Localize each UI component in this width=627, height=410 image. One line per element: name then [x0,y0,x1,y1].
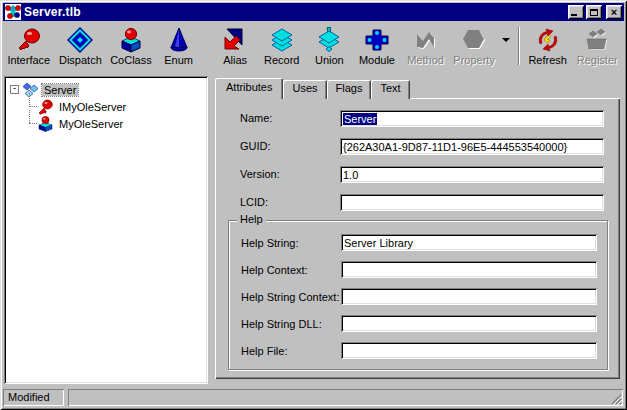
property-icon [460,27,488,53]
toolbar: Interface Dispatch [3,23,624,71]
help-file-input[interactable] [341,342,597,359]
help-string-dll-input[interactable] [341,315,597,332]
alias-button[interactable]: Alias [213,25,257,69]
help-string-context-label: Help String Context: [241,291,341,303]
collapse-icon[interactable]: - [10,85,19,94]
help-string-label: Help String: [241,237,341,249]
app-icon [5,4,21,20]
help-string-dll-label: Help String DLL: [241,318,341,330]
maximize-icon [590,9,598,16]
coclass-button[interactable]: CoClass [106,25,156,69]
tree-node-label[interactable]: Server [42,84,78,96]
tab-attributes[interactable]: Attributes [215,78,283,99]
typelib-node-icon [22,82,39,98]
name-label: Name: [240,112,338,124]
guid-label: GUID: [240,140,338,152]
help-group-title: Help [237,213,266,225]
type-tree[interactable]: - Server IMyOleServer [4,76,208,384]
window-title: Server.tlb [24,5,568,19]
method-icon [412,27,440,53]
resize-grip-icon[interactable] [609,392,622,405]
property-dropdown-button[interactable] [499,25,513,69]
help-string-context-input[interactable] [341,288,597,305]
toolbar-button-label: Property [453,54,495,66]
attribute-tab-control: Attributes Uses Flags Text Name: Server … [215,78,620,379]
minimize-icon [571,14,577,16]
name-input[interactable]: Server [340,110,604,127]
module-button[interactable]: Module [352,25,402,69]
help-string-input[interactable] [341,234,597,251]
lcid-label: LCID: [240,196,338,208]
attributes-page: Name: Server GUID: Version: LCID: Help H… [215,98,620,379]
tree-node-myoleserver[interactable]: MyOleServer [23,115,204,132]
help-group: Help Help String: Help Context: Help Str… [228,220,608,370]
maximize-button[interactable] [586,5,602,19]
tab-strip: Attributes Uses Flags Text [215,78,410,99]
status-message [68,389,623,406]
close-button[interactable]: × [606,5,622,19]
toolbar-button-label: Union [315,54,344,66]
property-button: Property [449,25,499,69]
selected-text: Server [343,113,377,125]
tab-flags[interactable]: Flags [327,80,372,99]
interface-button[interactable]: Interface [3,25,55,69]
module-icon [363,27,391,53]
lcid-input[interactable] [340,194,604,211]
register-button: Register [570,25,624,69]
status-modified: Modified [3,389,64,406]
tree-node-label[interactable]: MyOleServer [57,118,125,130]
dispatch-icon [66,27,94,53]
chevron-down-icon [502,38,510,42]
toolbar-button-label: Refresh [528,54,567,66]
toolbar-button-label: Dispatch [59,54,102,66]
tree-connector [23,98,37,115]
version-label: Version: [240,168,338,180]
register-icon [583,27,611,53]
tab-text[interactable]: Text [371,80,409,99]
union-button[interactable]: Union [307,25,353,69]
toolbar-button-label: Record [264,54,299,66]
method-button: Method [402,25,450,69]
tree-node-server[interactable]: - Server [8,81,204,98]
version-input[interactable] [340,166,604,183]
interface-icon [15,27,43,53]
enum-button[interactable]: Enum [156,25,202,69]
refresh-icon [534,27,562,53]
tab-uses[interactable]: Uses [283,80,326,99]
title-bar[interactable]: Server.tlb × [3,3,624,21]
toolbar-button-label: CoClass [110,54,152,66]
union-icon [315,27,343,53]
toolbar-button-label: Register [577,54,618,66]
record-icon [268,27,296,53]
coclass-node-icon [37,116,54,132]
status-bar: Modified [3,387,624,407]
dispatch-button[interactable]: Dispatch [55,25,107,69]
toolbar-button-label: Method [407,54,444,66]
minimize-button[interactable] [568,5,584,19]
toolbar-separator [518,27,520,65]
refresh-button[interactable]: Refresh [525,25,571,69]
tree-connector [23,115,37,132]
tree-node-imyoleserver[interactable]: IMyOleServer [23,98,204,115]
toolbar-button-label: Interface [7,54,50,66]
close-icon: × [611,7,617,17]
toolbar-button-label: Alias [223,54,247,66]
toolbar-button-label: Enum [164,54,193,66]
toolbar-button-label: Module [359,54,395,66]
coclass-icon [117,27,145,53]
enum-icon [165,27,193,53]
guid-input[interactable] [340,138,604,155]
help-file-label: Help File: [241,345,341,357]
application-window: Server.tlb × Interface [0,0,627,410]
help-context-input[interactable] [341,261,597,278]
interface-node-icon [37,99,54,115]
record-button[interactable]: Record [257,25,307,69]
help-context-label: Help Context: [241,264,341,276]
alias-icon [221,27,249,53]
tree-node-label[interactable]: IMyOleServer [57,101,128,113]
